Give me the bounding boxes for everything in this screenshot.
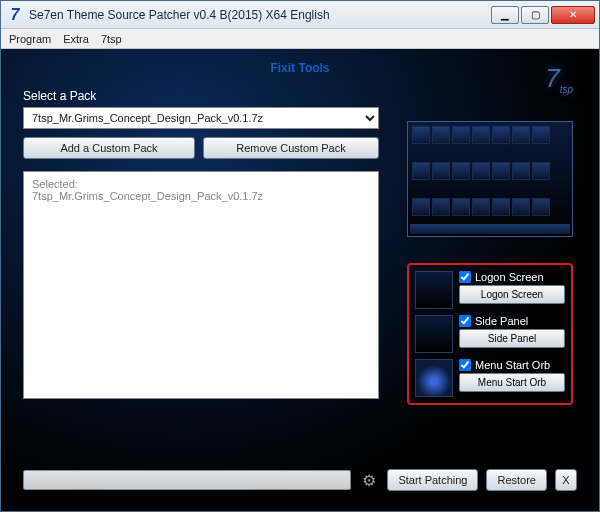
menubar: Program Extra 7tsp xyxy=(1,29,599,49)
logo: 7tsp xyxy=(545,63,573,95)
start-patching-button[interactable]: Start Patching xyxy=(387,469,478,491)
logon-screen-button[interactable]: Logon Screen xyxy=(459,285,565,304)
side-checkbox[interactable] xyxy=(459,315,471,327)
bottom-bar: ⚙ Start Patching Restore X xyxy=(23,469,577,491)
menu-extra[interactable]: Extra xyxy=(63,33,89,45)
selected-line: 7tsp_Mr.Grims_Concept_Design_Pack_v0.1.7… xyxy=(32,190,370,202)
remove-custom-pack-button[interactable]: Remove Custom Pack xyxy=(203,137,379,159)
close-button[interactable]: ✕ xyxy=(551,6,595,24)
menu-7tsp[interactable]: 7tsp xyxy=(101,33,122,45)
side-thumb xyxy=(415,315,453,353)
client-area: Fixit Tools 7tsp Select a Pack 7tsp_Mr.G… xyxy=(1,49,599,511)
side-panel-button[interactable]: Side Panel xyxy=(459,329,565,348)
logon-thumb xyxy=(415,271,453,309)
theme-preview xyxy=(407,121,573,237)
minimize-button[interactable]: ▁ xyxy=(491,6,519,24)
x-button[interactable]: X xyxy=(555,469,577,491)
selected-heading: Selected: xyxy=(32,178,370,190)
option-logon: Logon Screen Logon Screen xyxy=(415,271,565,309)
progress-bar xyxy=(23,470,351,490)
window-controls: ▁ ▢ ✕ xyxy=(491,6,595,24)
orb-thumb xyxy=(415,359,453,397)
menu-start-orb-button[interactable]: Menu Start Orb xyxy=(459,373,565,392)
logon-checkbox[interactable] xyxy=(459,271,471,283)
logon-check-row[interactable]: Logon Screen xyxy=(459,271,565,283)
gear-icon: ⚙ xyxy=(359,470,379,490)
fixit-link[interactable]: Fixit Tools xyxy=(23,61,577,75)
option-orb: Menu Start Orb Menu Start Orb xyxy=(415,359,565,397)
menu-program[interactable]: Program xyxy=(9,33,51,45)
option-side: Side Panel Side Panel xyxy=(415,315,565,353)
selected-info-box: Selected: 7tsp_Mr.Grims_Concept_Design_P… xyxy=(23,171,379,399)
titlebar: 7 Se7en Theme Source Patcher v0.4 B(2015… xyxy=(1,1,599,29)
orb-check-row[interactable]: Menu Start Orb xyxy=(459,359,565,371)
pack-dropdown[interactable]: 7tsp_Mr.Grims_Concept_Design_Pack_v0.1.7… xyxy=(23,107,379,129)
orb-checkbox[interactable] xyxy=(459,359,471,371)
app-icon: 7 xyxy=(5,5,25,25)
add-custom-pack-button[interactable]: Add a Custom Pack xyxy=(23,137,195,159)
options-panel: Logon Screen Logon Screen Side Panel Sid… xyxy=(407,263,573,405)
side-check-row[interactable]: Side Panel xyxy=(459,315,565,327)
restore-button[interactable]: Restore xyxy=(486,469,547,491)
select-pack-label: Select a Pack xyxy=(23,89,577,103)
app-window: 7 Se7en Theme Source Patcher v0.4 B(2015… xyxy=(0,0,600,512)
maximize-button[interactable]: ▢ xyxy=(521,6,549,24)
window-title: Se7en Theme Source Patcher v0.4 B(2015) … xyxy=(29,8,491,22)
